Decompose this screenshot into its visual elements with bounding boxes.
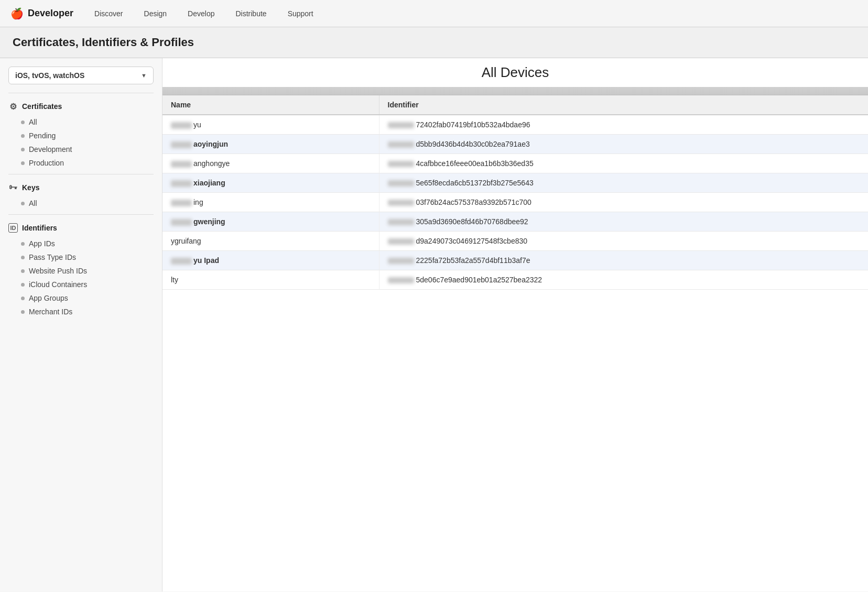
name-blur (171, 200, 192, 206)
device-identifier: 5e65f8ecda6cb51372bf3b275e5643 (416, 179, 534, 187)
divider-top (8, 93, 154, 93)
table-row[interactable]: ing03f76b24ac575378a9392b571c700 (162, 193, 868, 212)
cert-all-label: All (29, 118, 37, 126)
identifiers-header: ID Identifiers (0, 219, 162, 237)
identifiers-label: Identifiers (22, 224, 57, 232)
cert-production-label: Production (29, 159, 64, 167)
device-name: gwenjing (193, 217, 225, 226)
table-row[interactable]: aoyingjund5bb9d436b4d4b30c0b2ea791ae3 (162, 135, 868, 154)
nav-develop[interactable]: Develop (188, 9, 214, 18)
table-row[interactable]: anghongye4cafbbce16feee00ea1b6b3b36ed35 (162, 154, 868, 173)
device-name-cell: yu (162, 115, 379, 135)
sidebar-item-cert-all[interactable]: All (0, 115, 162, 129)
id-blur (388, 141, 414, 148)
device-identifier: 5de06c7e9aed901eb01a2527bea2322 (416, 276, 542, 284)
keys-label: Keys (22, 183, 39, 192)
content-area: All Devices Name Identifier yu72402fab07… (162, 58, 868, 591)
name-blur (171, 161, 192, 168)
divider-identifiers (8, 214, 154, 215)
id-blur (388, 277, 414, 283)
table-row[interactable]: xiaojiang5e65f8ecda6cb51372bf3b275e5643 (162, 173, 868, 193)
col-identifier[interactable]: Identifier (379, 95, 868, 115)
device-name-cell: ygruifang (162, 232, 379, 251)
sidebar-item-app-groups[interactable]: App Groups (0, 291, 162, 305)
keys-header: 🗝 Keys (0, 179, 162, 196)
table-header-row: Name Identifier (162, 95, 868, 115)
nav-design[interactable]: Design (144, 9, 167, 18)
sidebar-item-pass-type-ids[interactable]: Pass Type IDs (0, 250, 162, 264)
top-nav: 🍎 Developer Discover Design Develop Dist… (0, 0, 868, 27)
bullet-icon (21, 256, 25, 259)
table-row[interactable]: gwenjing305a9d3690e8fd46b70768dbee92 (162, 212, 868, 232)
table-row[interactable]: yu Ipad2225fa72b53fa2a557d4bf11b3af7e (162, 251, 868, 270)
col-name[interactable]: Name (162, 95, 379, 115)
id-blur (388, 122, 414, 128)
sidebar-item-website-push-ids[interactable]: Website Push IDs (0, 264, 162, 278)
sidebar-item-cert-development[interactable]: Development (0, 142, 162, 156)
id-blur (388, 238, 414, 245)
device-identifier: 2225fa72b53fa2a557d4bf11b3af7e (416, 256, 530, 265)
table-row[interactable]: lty5de06c7e9aed901eb01a2527bea2322 (162, 270, 868, 290)
table-row[interactable]: yu72402fab07419bf10b532a4bdae96 (162, 115, 868, 135)
nav-discover[interactable]: Discover (94, 9, 123, 18)
section-keys: 🗝 Keys All (0, 179, 162, 210)
table-row[interactable]: ygruifangd9a249073c0469127548f3cbe830 (162, 232, 868, 251)
section-identifiers: ID Identifiers App IDs Pass Type IDs Web… (0, 219, 162, 319)
gear-icon: ⚙ (8, 102, 18, 111)
certificates-header: ⚙ Certificates (0, 97, 162, 115)
icloud-containers-label: iCloud Containers (29, 280, 87, 289)
sidebar-item-cert-production[interactable]: Production (0, 156, 162, 170)
section-certificates: ⚙ Certificates All Pending Development P… (0, 97, 162, 170)
cert-pending-label: Pending (29, 131, 56, 140)
bullet-icon (21, 242, 25, 246)
device-identifier-cell: d5bb9d436b4d4b30c0b2ea791ae3 (379, 135, 868, 154)
platform-selector[interactable]: iOS, tvOS, watchOS ▼ (8, 67, 154, 84)
bullet-icon (21, 202, 25, 205)
keys-all-label: All (29, 199, 37, 207)
bullet-icon (21, 283, 25, 287)
name-blur (171, 122, 192, 129)
device-identifier-cell: 305a9d3690e8fd46b70768dbee92 (379, 212, 868, 232)
device-name-cell: lty (162, 270, 379, 290)
sidebar-item-app-ids[interactable]: App IDs (0, 237, 162, 250)
cert-development-label: Development (29, 145, 72, 154)
sidebar: iOS, tvOS, watchOS ▼ ⚙ Certificates All … (0, 58, 162, 591)
bullet-icon (21, 148, 25, 151)
device-name: ygruifang (171, 237, 201, 245)
device-identifier-cell: 5e65f8ecda6cb51372bf3b275e5643 (379, 173, 868, 193)
bullet-icon (21, 120, 25, 124)
device-name: yu (193, 120, 201, 129)
device-name: aoyingjun (193, 140, 228, 148)
logo-text: Developer (28, 8, 73, 19)
devices-table: Name Identifier yu72402fab07419bf10b532a… (162, 95, 868, 290)
main-layout: iOS, tvOS, watchOS ▼ ⚙ Certificates All … (0, 58, 868, 591)
id-blur (388, 200, 414, 206)
name-blur (171, 180, 192, 187)
device-identifier-cell: 5de06c7e9aed901eb01a2527bea2322 (379, 270, 868, 290)
name-blur (171, 219, 192, 226)
certificates-label: Certificates (22, 102, 62, 111)
chevron-down-icon: ▼ (141, 72, 147, 79)
app-ids-label: App IDs (29, 239, 55, 248)
page-header: Certificates, Identifiers & Profiles (0, 27, 868, 58)
device-name: ing (193, 198, 203, 206)
device-identifier-cell: d9a249073c0469127548f3cbe830 (379, 232, 868, 251)
sidebar-item-cert-pending[interactable]: Pending (0, 129, 162, 142)
device-name-cell: ing (162, 193, 379, 212)
sidebar-item-merchant-ids[interactable]: Merchant IDs (0, 305, 162, 319)
content-title: All Devices (162, 58, 868, 87)
device-name-cell: yu Ipad (162, 251, 379, 270)
device-name: anghongye (193, 159, 230, 168)
name-blur (171, 141, 192, 148)
device-identifier: 4cafbbce16feee00ea1b6b3b36ed35 (416, 159, 534, 168)
sidebar-item-keys-all[interactable]: All (0, 196, 162, 210)
device-identifier-cell: 2225fa72b53fa2a557d4bf11b3af7e (379, 251, 868, 270)
nav-distribute[interactable]: Distribute (235, 9, 266, 18)
nav-support[interactable]: Support (288, 9, 313, 18)
scrollbar[interactable] (162, 87, 868, 95)
bullet-icon (21, 134, 25, 138)
sidebar-item-icloud-containers[interactable]: iCloud Containers (0, 278, 162, 291)
id-blur (388, 180, 414, 187)
device-identifier: d9a249073c0469127548f3cbe830 (416, 237, 528, 245)
platform-label: iOS, tvOS, watchOS (15, 71, 84, 80)
